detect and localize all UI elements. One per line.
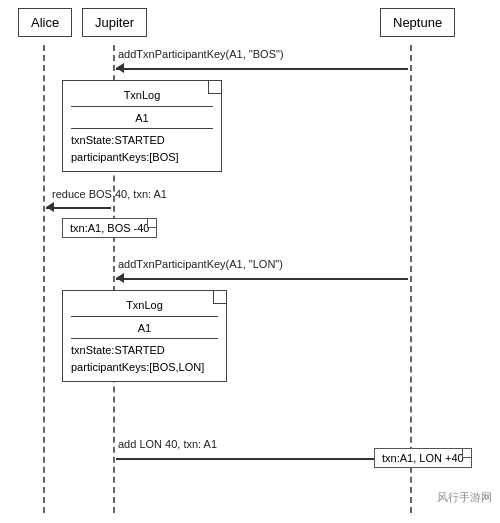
lifeline-alice (43, 45, 45, 513)
message-1-arrowhead (116, 63, 124, 73)
message-1-label: addTxnParticipantKey(A1, "BOS") (118, 48, 284, 60)
txn-log-2-line1: txnState:STARTED (71, 342, 218, 359)
txn-log-1-line1: txnState:STARTED (71, 132, 213, 149)
txn-log-2: TxnLog A1 txnState:STARTED participantKe… (62, 290, 227, 382)
msg-note-2: txn:A1, LON +40 (374, 448, 472, 468)
message-3-label: addTxnParticipantKey(A1, "LON") (118, 258, 283, 270)
actor-alice: Alice (18, 8, 72, 37)
txn-log-2-title: TxnLog (71, 297, 218, 317)
txn-log-1: TxnLog A1 txnState:STARTED participantKe… (62, 80, 222, 172)
watermark: 风行手游网 (437, 490, 492, 505)
message-2-line (46, 207, 111, 209)
lifeline-neptune (410, 45, 412, 513)
txn-log-1-title: TxnLog (71, 87, 213, 107)
txn-log-2-subtitle: A1 (71, 320, 218, 340)
message-3-line (116, 278, 408, 280)
message-2-label: reduce BOS 40, txn: A1 (52, 188, 167, 200)
sequence-diagram: Alice Jupiter Neptune addTxnParticipantK… (0, 0, 500, 523)
message-1-line (116, 68, 408, 70)
actor-neptune: Neptune (380, 8, 455, 37)
txn-log-2-line2: participantKeys:[BOS,LON] (71, 359, 218, 376)
actor-jupiter: Jupiter (82, 8, 147, 37)
message-4-label: add LON 40, txn: A1 (118, 438, 217, 450)
txn-log-1-subtitle: A1 (71, 110, 213, 130)
message-3-arrowhead (116, 273, 124, 283)
msg-note-1: txn:A1, BOS -40 (62, 218, 157, 238)
message-4-line (116, 458, 408, 460)
txn-log-1-line2: participantKeys:[BOS] (71, 149, 213, 166)
message-2-arrowhead (46, 202, 54, 212)
